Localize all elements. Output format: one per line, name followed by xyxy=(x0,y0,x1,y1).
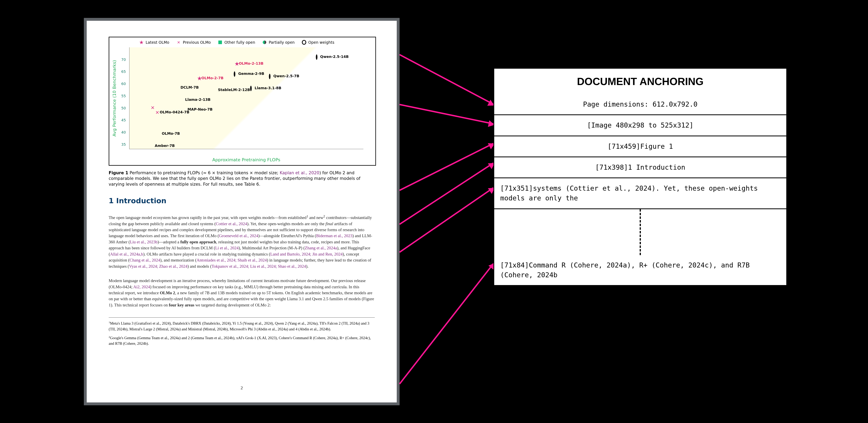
anchor-row-footnote: [71x84]Command R (Cohere, 2024a), R+ (Co… xyxy=(493,255,787,286)
y-tick: 60 xyxy=(121,82,126,86)
chart-legend: ★Latest OLMo ✕Previous OLMo Other fully … xyxy=(139,37,363,47)
intro-paragraph-2: Modern language model development is an … xyxy=(109,278,375,308)
chart-point-label: Qwen-2.5-14B xyxy=(320,54,349,59)
anchor-arrow xyxy=(399,104,493,125)
chart-point-label: OLMo-2-13B xyxy=(239,61,264,65)
chart-point: Qwen-2.5-14B xyxy=(316,55,317,59)
intro-paragraph-1: The open language model ecosystem has gr… xyxy=(109,214,375,269)
y-tick: 70 xyxy=(121,57,126,62)
anchor-arrow xyxy=(399,263,494,384)
cross-icon: ✕ xyxy=(155,109,159,115)
ring-icon xyxy=(316,54,317,60)
figure-1-chart: ★Latest OLMo ✕Previous OLMo Other fully … xyxy=(109,37,376,166)
ring-icon xyxy=(269,74,271,79)
legend-latest-olmo: ★Latest OLMo xyxy=(139,40,169,44)
page-number: 2 xyxy=(109,382,375,390)
ring-icon xyxy=(250,86,252,91)
section-heading-introduction: 1 Introduction xyxy=(109,197,375,205)
figure-caption-label: Figure 1 xyxy=(109,170,128,175)
citation: Kaplan et al., 2020 xyxy=(280,170,319,175)
chart-point: Qwen-2.5-7B xyxy=(269,74,271,78)
y-tick: 40 xyxy=(121,130,126,134)
square-icon xyxy=(218,40,222,44)
anchor-arrow xyxy=(399,162,494,225)
diagram-root: ★Latest OLMo ✕Previous OLMo Other fully … xyxy=(0,0,868,423)
chart-point-label: OLMo-7B xyxy=(162,131,180,135)
chart-point-label: Amber-7B xyxy=(155,143,175,148)
anchor-row-dimensions: Page dimensions: 612.0x792.0 xyxy=(493,94,787,115)
chart-point: ★OLMo-2-13B xyxy=(235,62,240,66)
legend-open-weights: Open weights xyxy=(302,40,334,44)
chart-plot-area: ★OLMo-2-7B★OLMo-2-13B✕OLMo-0424-7B✕OLMo-… xyxy=(129,47,363,149)
anchor-arrow xyxy=(399,54,494,105)
chart-point: Llama-3.1-8B xyxy=(250,87,252,91)
footnote-2: 2Google's Gemma (Gemma Team et al., 2024… xyxy=(109,335,375,347)
pdf-page: ★Latest OLMo ✕Previous OLMo Other fully … xyxy=(87,21,397,402)
chart-point-label: MAP-Neo-7B xyxy=(188,107,213,111)
chart-point: ✕OLMo-0424-7B xyxy=(155,110,159,115)
chart-point: ★OLMo-2-7B xyxy=(197,77,202,81)
y-tick: 35 xyxy=(121,142,126,146)
footnote-1: 1Meta's Llama 3 (Grattafiori et al., 202… xyxy=(109,320,375,332)
star-icon: ★ xyxy=(139,40,144,44)
ellipsis-dash xyxy=(640,209,641,255)
chart-point-label: OLMo-0424-7B xyxy=(160,110,189,114)
cross-icon: ✕ xyxy=(151,105,155,110)
footnote-rule xyxy=(109,317,375,318)
anchor-title: DOCUMENT ANCHORING xyxy=(493,68,787,94)
cross-icon: ✕ xyxy=(177,40,181,44)
ring-icon xyxy=(302,40,306,44)
legend-label: Open weights xyxy=(308,40,334,44)
chart-point-label: Qwen-2.5-7B xyxy=(273,74,299,78)
legend-previous-olmo: ✕Previous OLMo xyxy=(177,40,211,44)
chart-point-label: Llama-3.1-8B xyxy=(254,86,281,90)
anchor-arrow xyxy=(399,143,494,191)
legend-label: Previous OLMo xyxy=(183,40,211,44)
chart-point: Gemma-2-9B xyxy=(234,72,235,76)
chart-point-label: StableLM-2-12B xyxy=(218,88,250,92)
anchor-arrow xyxy=(399,187,494,253)
y-tick: 45 xyxy=(121,118,126,122)
legend-label: Other fully open xyxy=(224,40,255,44)
anchor-row-figure: [71x459]Figure 1 xyxy=(493,136,787,157)
y-tick: 50 xyxy=(121,106,126,110)
anchor-row-image: [Image 480x298 to 525x312] xyxy=(493,115,787,136)
x-axis xyxy=(129,149,363,149)
anchor-row-systems: [71x351]systems (Cottier et al., 2024). … xyxy=(493,178,787,209)
legend-fully-open: Other fully open xyxy=(218,40,255,44)
chart-point-label: OLMo-2-7B xyxy=(202,76,223,80)
chart-point-label: Llama-2-13B xyxy=(185,97,211,102)
anchor-row-introduction: [71x398]1 Introduction xyxy=(493,157,787,178)
y-tick: 65 xyxy=(121,69,126,74)
chart-point: ✕ xyxy=(151,106,155,110)
chart-point-label: Gemma-2-9B xyxy=(238,71,264,75)
y-axis-title: Avg Performance (10 Benchmarks) xyxy=(112,47,117,149)
pdf-shell: ★Latest OLMo ✕Previous OLMo Other fully … xyxy=(84,18,400,405)
x-axis-title: Approximate Pretraining FLOPs xyxy=(129,157,363,162)
document-anchoring-table: DOCUMENT ANCHORING Page dimensions: 612.… xyxy=(493,68,787,286)
half-circle-icon xyxy=(262,40,267,44)
y-tick: 55 xyxy=(121,94,126,98)
anchor-rows-gap xyxy=(493,209,787,255)
legend-label: Partially open xyxy=(269,40,294,44)
chart-point-label: DCLM-7B xyxy=(180,85,198,90)
figure-1-caption: Figure 1 Performance to pretraining FLOP… xyxy=(109,170,375,187)
legend-partial: Partially open xyxy=(262,40,294,44)
ring-icon xyxy=(234,71,235,77)
legend-label: Latest OLMo xyxy=(146,40,169,44)
